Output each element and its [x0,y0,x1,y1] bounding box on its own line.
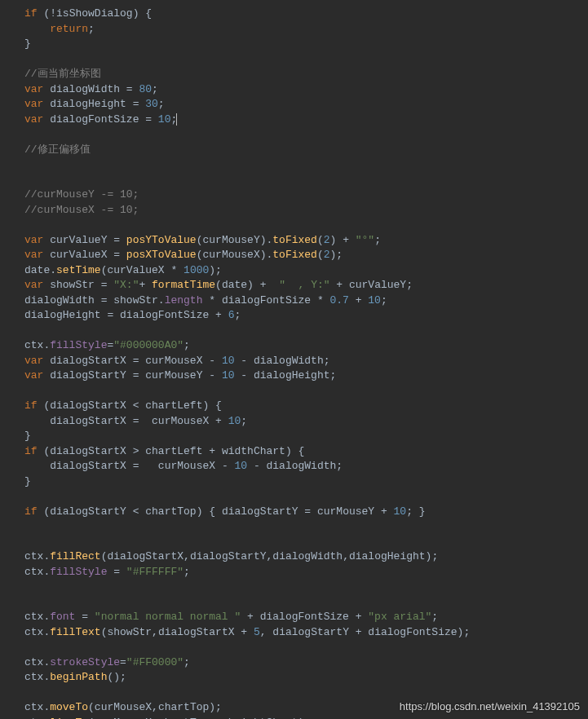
text-caret [176,113,177,126]
kw-return: return [50,23,88,35]
kw-if: if [24,7,38,20]
comment: //画当前坐标图 [24,68,101,80]
code-editor[interactable]: if (!isShowDialog) { return; } //画当前坐标图 … [0,0,588,719]
watermark-text: https://blog.csdn.net/weixin_41392105 [400,700,580,712]
comment: //curMouseX -= 10; [24,204,139,216]
comment: //修正偏移值 [24,143,91,156]
comment: //curMouseY -= 10; [24,188,139,201]
